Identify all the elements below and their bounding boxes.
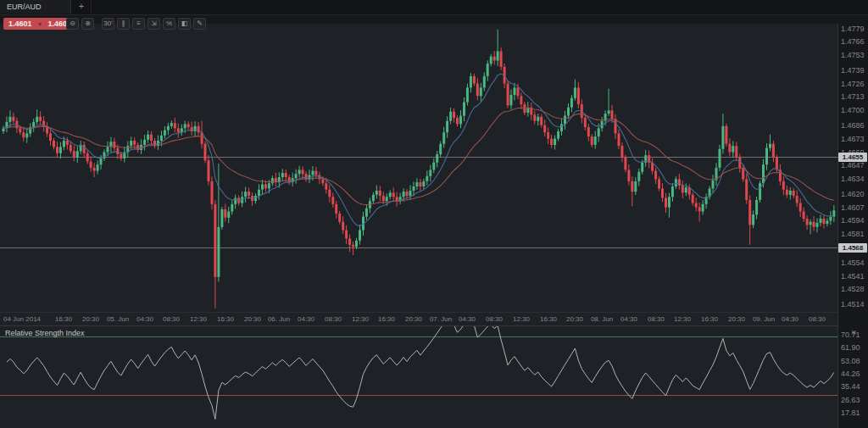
time-tick-label: 16:30 xyxy=(378,315,395,323)
time-tick-label: 16:30 xyxy=(701,315,718,323)
chart-type-icon[interactable]: ∥ xyxy=(117,18,130,30)
rsi-line xyxy=(7,326,834,420)
price-tick-label: 1.4620 xyxy=(841,190,868,198)
time-tick-label: 12:30 xyxy=(513,315,530,323)
toolbar-icon-row: ⊖⊕30'∥≡⇲%◧✎ xyxy=(66,18,206,30)
zoom-out-icon[interactable]: ⊖ xyxy=(66,18,79,30)
time-tick-label: 07. Jun xyxy=(430,315,452,323)
time-tick-label: 16:30 xyxy=(540,315,557,323)
price-direction-down-icon: ▼ xyxy=(37,21,43,27)
time-tick-label: 20:30 xyxy=(82,315,99,323)
draw-icon[interactable]: ✎ xyxy=(193,18,206,30)
time-tick-label: 08:30 xyxy=(486,315,503,323)
time-tick-label: 20:30 xyxy=(405,315,422,323)
trading-platform-window: EUR/AUD + 1.4601 ▼ 1.4609 ⊖⊕30'∥≡⇲%◧✎ 1.… xyxy=(0,0,868,428)
time-tick-label: 12:30 xyxy=(674,315,691,323)
time-tick-label: 04:30 xyxy=(620,315,637,323)
snapshot-icon[interactable]: ◧ xyxy=(178,18,191,30)
rsi-panel[interactable]: Relative Strength Index xyxy=(0,325,837,428)
price-tick-label: 1.4541 xyxy=(841,272,868,281)
time-tick-label: 20:30 xyxy=(244,315,261,323)
price-tick-label: 1.4634 xyxy=(841,175,868,183)
price-tick-label: 1.4581 xyxy=(841,230,868,238)
time-axis: 04 Jun 201416:3020:3005. Jun04:3008:3012… xyxy=(0,312,837,326)
price-level-tag[interactable]: 1.4655 xyxy=(838,153,867,162)
time-tick-label: 12:30 xyxy=(190,315,207,323)
expand-icon[interactable]: ⇲ xyxy=(147,18,160,30)
price-tick-label: 1.4713 xyxy=(841,92,868,101)
time-tick-label: 09. Jun xyxy=(753,315,775,323)
time-tick-label: 08:30 xyxy=(163,315,180,323)
price-tick-label: 1.4739 xyxy=(841,66,868,75)
rsi-tick-label: 61.90 xyxy=(841,343,868,352)
price-tick-label: 1.4766 xyxy=(841,37,868,46)
percent-icon[interactable]: % xyxy=(163,18,175,30)
price-tick-label: 1.4514 xyxy=(841,300,868,308)
price-tick-label: 1.4594 xyxy=(841,216,868,225)
time-tick-label: 04:30 xyxy=(136,315,153,323)
time-tick-label: 20:30 xyxy=(728,315,745,323)
rsi-chart xyxy=(0,326,837,428)
time-tick-label: 08:30 xyxy=(325,315,342,323)
price-chart[interactable] xyxy=(0,24,837,312)
sell-price-button[interactable]: 1.4601 xyxy=(8,19,32,28)
price-tick-label: 1.4607 xyxy=(841,203,868,212)
time-tick-label: 08:30 xyxy=(648,315,665,323)
price-tick-label: 1.4554 xyxy=(841,258,868,267)
time-tick-label: 08. Jun xyxy=(591,315,613,323)
price-tick-label: 1.4753 xyxy=(841,51,868,59)
price-tick-label: 1.4647 xyxy=(841,161,868,170)
time-tick-label: 20:30 xyxy=(566,315,583,323)
rsi-tick-label: 35.44 xyxy=(841,382,868,391)
price-tick-label: 1.4726 xyxy=(841,80,868,88)
rsi-title: Relative Strength Index xyxy=(5,329,85,337)
time-tick-label: 08:30 xyxy=(809,315,826,323)
chart-toolbar: 1.4601 ▼ 1.4609 ⊖⊕30'∥≡⇲%◧✎ xyxy=(0,14,868,32)
rsi-tick-label: 44.26 xyxy=(841,370,868,378)
time-tick-label: 06. Jun xyxy=(268,315,290,323)
time-tick-label: 16:30 xyxy=(55,315,72,323)
time-tick-label: 12:30 xyxy=(352,315,369,323)
rsi-tick-label: 26.63 xyxy=(841,396,868,404)
time-tick-label: 16:30 xyxy=(217,315,234,323)
tab-bar: EUR/AUD + xyxy=(0,0,868,15)
tab-eur-aud[interactable]: EUR/AUD xyxy=(0,0,71,14)
axis-border xyxy=(837,24,838,428)
price-tick-label: 1.4673 xyxy=(841,135,868,143)
price-tick-label: 1.4686 xyxy=(841,121,868,130)
timeframe-button[interactable]: 30' xyxy=(102,18,114,30)
time-tick-label: 04:30 xyxy=(782,315,798,323)
price-level-tag[interactable]: 1.4568 xyxy=(838,243,867,253)
time-tick-label: 04:30 xyxy=(298,315,314,323)
price-tick-label: 1.4700 xyxy=(841,106,868,114)
time-tick-label: 04 Jun 2014 xyxy=(3,315,41,323)
indicators-icon[interactable]: ≡ xyxy=(132,18,145,30)
rsi-tick-label: 53.08 xyxy=(841,357,868,365)
rsi-tick-label: 17.81 xyxy=(841,409,868,417)
time-tick-label: 04:30 xyxy=(459,315,476,323)
price-tick-label: 1.4528 xyxy=(841,285,868,293)
zoom-in-icon[interactable]: ⊕ xyxy=(81,18,94,30)
rsi-close-icon[interactable]: × xyxy=(851,328,856,337)
new-tab-button[interactable]: + xyxy=(72,0,92,14)
time-tick-label: 05. Jun xyxy=(107,315,129,323)
